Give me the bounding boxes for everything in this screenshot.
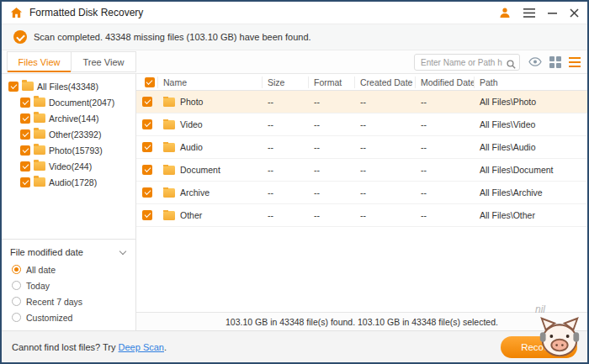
- checkbox-checked-icon[interactable]: [145, 77, 155, 87]
- recover-button[interactable]: Recover: [501, 336, 577, 358]
- cell-name: Video: [180, 119, 203, 129]
- row-checkbox-checked[interactable]: [142, 210, 152, 220]
- filter-option-customized[interactable]: Customized: [2, 309, 135, 325]
- column-header-label: Modified Date: [421, 77, 475, 87]
- tree-item-photo[interactable]: Photo(15793): [2, 142, 135, 158]
- cell-created-date: --: [355, 119, 416, 129]
- account-icon[interactable]: [499, 7, 511, 18]
- cell-modified-date: --: [416, 165, 475, 175]
- tree-item-audio[interactable]: Audio(1728): [2, 174, 135, 190]
- row-checkbox-checked[interactable]: [142, 165, 152, 175]
- table-row[interactable]: Other -- -- -- -- All Files\Other: [136, 204, 587, 227]
- cell-size: --: [263, 210, 309, 220]
- folder-icon: [34, 129, 45, 139]
- folder-icon: [163, 188, 175, 198]
- table-empty-space: [136, 227, 587, 312]
- cell-modified-date: --: [416, 97, 475, 107]
- folder-icon: [34, 145, 45, 155]
- hint-prefix: Cannot find lost files? Try: [12, 342, 119, 352]
- minimize-button[interactable]: [548, 8, 557, 18]
- column-header-path[interactable]: Path: [475, 76, 587, 88]
- checkbox-checked-icon[interactable]: [20, 145, 30, 156]
- table-header: Name Size Format Created Date Modified D…: [136, 74, 587, 91]
- radio-selected-icon[interactable]: [12, 265, 21, 274]
- filter-option-today[interactable]: Today: [2, 277, 135, 293]
- folder-icon: [163, 166, 175, 175]
- radio-icon[interactable]: [12, 297, 21, 306]
- deep-scan-link[interactable]: Deep Scan: [119, 342, 164, 352]
- cell-name: Photo: [180, 97, 203, 107]
- row-checkbox-checked[interactable]: [142, 97, 152, 107]
- table-row[interactable]: Photo -- -- -- -- All Files\Photo: [136, 91, 587, 113]
- menu-icon[interactable]: [523, 8, 535, 18]
- table-row[interactable]: Video -- -- -- -- All Files\Video: [136, 113, 587, 136]
- cell-path: All Files\Video: [475, 119, 587, 129]
- cell-name: Document: [180, 165, 220, 175]
- table-row[interactable]: Audio -- -- -- -- All Files\Audio: [136, 136, 587, 159]
- cell-modified-date: --: [416, 119, 475, 129]
- list-view-icon[interactable]: [569, 57, 581, 67]
- row-checkbox-checked[interactable]: [142, 142, 152, 152]
- folder-icon: [163, 143, 175, 152]
- tree-item-video[interactable]: Video(244): [2, 158, 135, 174]
- checkbox-checked-icon[interactable]: [20, 177, 30, 187]
- checkbox-checked-icon[interactable]: [20, 129, 30, 140]
- table-row[interactable]: Archive -- -- -- -- All Files\Archive: [136, 182, 587, 204]
- column-header-format[interactable]: Format: [309, 76, 355, 88]
- checkbox-checked-icon[interactable]: [20, 113, 30, 124]
- footer-bar: Cannot find lost files? Try Deep Scan. R…: [2, 330, 587, 362]
- tree-item-archive[interactable]: Archive(144): [2, 110, 135, 126]
- select-all-checkbox[interactable]: [136, 76, 158, 88]
- cell-name: Archive: [180, 187, 210, 198]
- cell-path: All Files\Archive: [475, 187, 587, 198]
- cell-format: --: [309, 142, 355, 152]
- cell-size: --: [263, 97, 309, 107]
- tab-tree-view[interactable]: Tree View: [72, 52, 135, 71]
- column-header-size[interactable]: Size: [263, 76, 309, 88]
- folder-icon: [34, 98, 45, 107]
- checkbox-checked-icon[interactable]: [20, 98, 30, 108]
- folder-icon: [22, 82, 34, 91]
- cell-name: Audio: [180, 142, 203, 152]
- filter-option-label: Today: [26, 281, 50, 291]
- tree-item-document[interactable]: Document(2047): [2, 94, 135, 110]
- radio-icon[interactable]: [12, 281, 21, 290]
- tree-item-all-files[interactable]: All Files(43348): [2, 78, 135, 94]
- close-button[interactable]: [570, 8, 579, 18]
- cell-path: All Files\Document: [475, 165, 587, 175]
- date-filter-header[interactable]: File modified date: [2, 243, 135, 261]
- column-header-name[interactable]: Name: [158, 76, 263, 88]
- titlebar-controls: [499, 7, 579, 18]
- cell-path: All Files\Audio: [475, 142, 587, 152]
- row-checkbox-checked[interactable]: [142, 119, 152, 129]
- search-icon[interactable]: [507, 57, 516, 72]
- preview-eye-icon[interactable]: [528, 57, 542, 66]
- checkbox-checked-icon[interactable]: [20, 161, 30, 171]
- row-checkbox-checked[interactable]: [142, 187, 152, 198]
- date-filter-title: File modified date: [10, 247, 83, 257]
- success-check-icon: [13, 30, 27, 44]
- cell-size: --: [263, 187, 309, 198]
- file-table: Name Size Format Created Date Modified D…: [136, 74, 587, 330]
- column-header-created-date[interactable]: Created Date: [355, 76, 416, 88]
- folder-tree: All Files(43348) Document(2047) Archive(…: [2, 74, 135, 239]
- folder-icon: [34, 177, 45, 187]
- checkbox-checked-icon[interactable]: [8, 82, 19, 92]
- search-input[interactable]: [414, 54, 520, 71]
- radio-icon[interactable]: [12, 313, 21, 322]
- cell-name: Other: [180, 210, 202, 220]
- tree-item-label: Archive(144): [49, 113, 99, 124]
- filter-option-recent-7-days[interactable]: Recent 7 days: [2, 293, 135, 309]
- search-box: [414, 54, 520, 71]
- filter-option-label: Customized: [26, 313, 72, 323]
- table-row[interactable]: Document -- -- -- -- All Files\Document: [136, 159, 587, 182]
- tab-files-view[interactable]: Files View: [8, 52, 72, 71]
- view-toolbar: Files View Tree View: [2, 50, 587, 74]
- column-header-modified-date[interactable]: Modified Date: [416, 76, 475, 88]
- tree-item-other[interactable]: Other(23392): [2, 126, 135, 142]
- thumbnail-grid-icon[interactable]: [549, 56, 561, 68]
- filter-option-all-date[interactable]: All date: [2, 261, 135, 277]
- filter-option-label: Recent 7 days: [26, 297, 82, 307]
- cell-size: --: [263, 119, 309, 129]
- cell-format: --: [309, 210, 355, 220]
